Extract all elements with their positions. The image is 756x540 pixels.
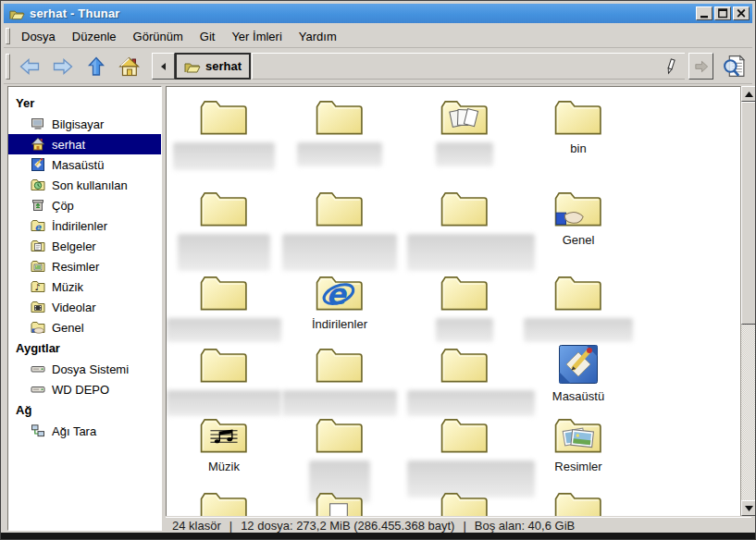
sidebar-item-videolar[interactable]: Videolar bbox=[8, 297, 161, 317]
file-cell[interactable] bbox=[282, 490, 397, 516]
file-cell[interactable] bbox=[167, 490, 281, 516]
toolbar-grip[interactable] bbox=[6, 54, 10, 80]
file-cell[interactable] bbox=[521, 274, 636, 342]
folder-icon bbox=[316, 346, 364, 385]
sidebar-item-masaustu[interactable]: Masaüstü bbox=[8, 154, 161, 175]
close-button[interactable] bbox=[733, 6, 750, 20]
folder-bin[interactable]: bin bbox=[521, 98, 636, 155]
file-cell[interactable] bbox=[407, 346, 522, 416]
file-cell[interactable] bbox=[167, 346, 281, 416]
file-cell[interactable] bbox=[167, 274, 281, 342]
shared-folder-icon bbox=[31, 320, 45, 335]
sidebar: Yer Bilgisayar serhat bbox=[7, 86, 162, 531]
blurred-label bbox=[282, 390, 397, 416]
blurred-label bbox=[167, 390, 281, 416]
drive-icon bbox=[31, 382, 45, 397]
scroll-down-button[interactable] bbox=[741, 500, 756, 516]
path-button-serhat[interactable]: serhat bbox=[175, 53, 251, 80]
maximize-button[interactable] bbox=[714, 6, 731, 20]
sidebar-item-cop[interactable]: Çöp bbox=[8, 195, 161, 215]
path-expand-button[interactable] bbox=[688, 53, 713, 80]
file-cell[interactable] bbox=[407, 274, 522, 342]
folder-icon bbox=[440, 190, 489, 228]
sidebar-item-label: Bilgisayar bbox=[52, 117, 104, 131]
file-label: Resimler bbox=[521, 460, 636, 473]
sidebar-item-genel[interactable]: Genel bbox=[8, 317, 161, 338]
file-cell[interactable] bbox=[282, 190, 397, 271]
sidebar-item-label: Çöp bbox=[52, 199, 74, 213]
sidebar-item-resimler[interactable]: Resimler bbox=[8, 256, 161, 276]
menu-yerimleri[interactable]: Yer İmleri bbox=[223, 25, 290, 47]
file-cell[interactable] bbox=[407, 190, 522, 271]
open-folder-icon bbox=[184, 60, 201, 73]
trash-icon bbox=[31, 198, 45, 213]
path-collapse-button[interactable] bbox=[152, 53, 175, 80]
file-label: İndirilenler bbox=[282, 317, 397, 331]
status-folders: 24 klasör bbox=[172, 519, 221, 533]
menu-yardim[interactable]: Yardım bbox=[291, 25, 345, 47]
file-cell[interactable] bbox=[167, 98, 281, 170]
sidebar-item-belgeler[interactable]: Belgeler bbox=[8, 236, 161, 256]
shared-folder-icon bbox=[554, 190, 602, 228]
menu-duzenle[interactable]: Düzenle bbox=[64, 25, 125, 47]
sidebar-item-label: WD DEPO bbox=[52, 383, 109, 397]
path-bar[interactable] bbox=[252, 53, 685, 80]
menu-dosya[interactable]: Dosya bbox=[13, 25, 64, 47]
sidebar-item-label: Videolar bbox=[52, 301, 95, 314]
window-folder-icon bbox=[9, 7, 25, 20]
folder-masaustu[interactable]: Masaüstü bbox=[521, 344, 636, 403]
sidebar-item-label: Müzik bbox=[52, 280, 83, 294]
back-button[interactable] bbox=[13, 53, 46, 80]
sidebar-item-indirilenler[interactable]: e İndirilenler bbox=[8, 215, 161, 236]
folder-icon bbox=[316, 190, 364, 228]
folder-muzik[interactable]: Müzik bbox=[167, 416, 281, 473]
documents-icon bbox=[31, 239, 45, 253]
folder-genel[interactable]: Genel bbox=[521, 190, 636, 247]
file-cell[interactable] bbox=[167, 190, 281, 271]
blurred-label bbox=[167, 318, 281, 342]
folder-indirilenler[interactable]: e İndirilenler bbox=[282, 274, 397, 331]
file-cell[interactable] bbox=[407, 490, 522, 516]
file-cell[interactable] bbox=[282, 346, 397, 416]
recent-icon bbox=[31, 178, 45, 192]
file-view[interactable]: bin Genel bbox=[166, 86, 740, 516]
sidebar-item-bilgisayar[interactable]: Bilgisayar bbox=[8, 114, 161, 134]
home-icon bbox=[118, 56, 141, 77]
file-cell[interactable] bbox=[407, 98, 522, 166]
home-button[interactable] bbox=[113, 53, 146, 80]
folder-icon bbox=[316, 490, 364, 516]
sidebar-item-muzik[interactable]: ♪ Müzik bbox=[8, 276, 161, 297]
folder-icon bbox=[554, 274, 602, 313]
menu-gorunum[interactable]: Görünüm bbox=[125, 25, 192, 47]
sidebar-item-son-kullanilan[interactable]: Son kullanılan bbox=[8, 175, 161, 195]
photos-folder-icon bbox=[554, 416, 602, 455]
file-cell[interactable] bbox=[407, 416, 522, 497]
search-button[interactable] bbox=[718, 53, 750, 80]
file-cell[interactable] bbox=[282, 98, 397, 166]
sidebar-item-serhat[interactable]: serhat bbox=[8, 134, 161, 154]
folder-icon bbox=[440, 274, 489, 313]
forward-button[interactable] bbox=[46, 53, 80, 80]
scroll-up-button[interactable] bbox=[741, 86, 756, 102]
back-icon bbox=[19, 56, 41, 77]
sidebar-item-label: Dosya Sistemi bbox=[52, 362, 129, 376]
menu-git[interactable]: Git bbox=[192, 25, 224, 47]
edit-path-icon[interactable] bbox=[663, 57, 677, 76]
sidebar-item-wd-depo[interactable]: WD DEPO bbox=[8, 379, 161, 399]
forward-gray-icon bbox=[693, 59, 710, 74]
scrollbar-thumb[interactable] bbox=[741, 102, 756, 325]
pictures-icon bbox=[31, 259, 45, 274]
drive-icon bbox=[31, 362, 45, 376]
vertical-scrollbar[interactable] bbox=[740, 86, 756, 516]
minimize-button[interactable] bbox=[696, 6, 713, 20]
file-cell[interactable] bbox=[521, 490, 636, 516]
toolbar: serhat bbox=[4, 49, 752, 84]
sidebar-item-dosya-sistemi[interactable]: Dosya Sistemi bbox=[8, 359, 161, 379]
sidebar-item-agi-tara[interactable]: Ağı Tara bbox=[8, 421, 161, 441]
up-button[interactable] bbox=[80, 53, 113, 80]
menubar-grip[interactable] bbox=[6, 28, 10, 44]
folder-resimler[interactable]: Resimler bbox=[521, 416, 636, 473]
sidebar-item-label: serhat bbox=[52, 138, 85, 152]
folder-icon bbox=[200, 274, 248, 313]
file-label: Müzik bbox=[167, 460, 281, 473]
